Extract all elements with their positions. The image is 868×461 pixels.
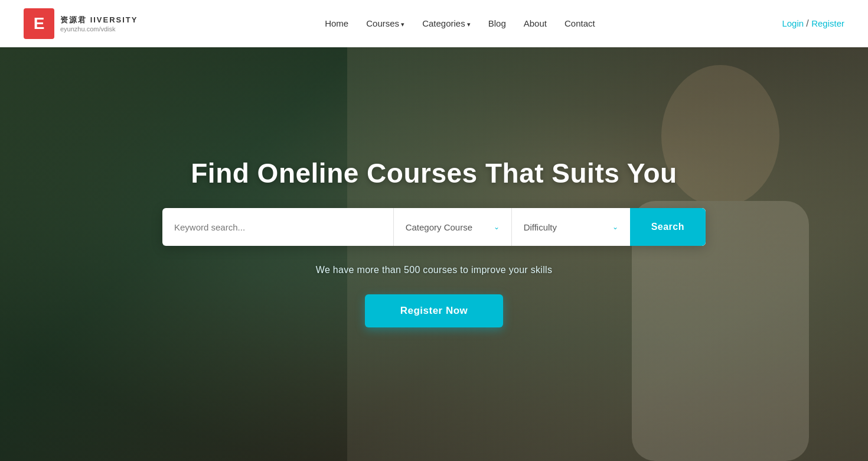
nav-item-categories[interactable]: Categories — [422, 18, 471, 29]
category-chevron-icon: ⌄ — [494, 223, 500, 231]
nav-links: Home Courses Categories Blog About Conta… — [325, 18, 595, 29]
login-link[interactable]: Login — [782, 18, 806, 28]
nav-link-contact[interactable]: Contact — [564, 18, 595, 28]
nav-item-home[interactable]: Home — [325, 18, 348, 29]
nav-link-categories[interactable]: Categories — [422, 18, 471, 28]
keyword-search-wrap[interactable] — [162, 208, 394, 246]
auth-links: Login / Register — [782, 18, 844, 29]
difficulty-chevron-icon: ⌄ — [612, 223, 618, 231]
category-label: Category Course — [406, 222, 472, 232]
logo-area[interactable]: E 资源君 IIVERSITY eyunzhu.com/vdisk — [24, 8, 138, 39]
register-link[interactable]: Register — [811, 18, 844, 28]
nav-item-blog[interactable]: Blog — [488, 18, 506, 29]
navbar: E 资源君 IIVERSITY eyunzhu.com/vdisk Home C… — [0, 0, 868, 47]
nav-item-contact[interactable]: Contact — [564, 18, 595, 29]
register-now-button[interactable]: Register Now — [365, 294, 504, 327]
hero-title: Find Oneline Courses That Suits You — [191, 157, 677, 189]
hero-tagline: We have more than 500 courses to improve… — [316, 265, 552, 275]
brand-url: eyunzhu.com/vdisk — [60, 25, 138, 33]
nav-link-about[interactable]: About — [524, 18, 547, 28]
brand-name: 资源君 IIVERSITY — [60, 15, 138, 25]
difficulty-dropdown[interactable]: Difficulty ⌄ — [512, 208, 630, 246]
category-dropdown[interactable]: Category Course ⌄ — [394, 208, 512, 246]
hero-content: Find Oneline Courses That Suits You Cate… — [0, 157, 868, 327]
logo-icon: E — [24, 8, 54, 39]
keyword-search-input[interactable] — [174, 222, 381, 232]
difficulty-label: Difficulty — [524, 222, 557, 232]
logo-text: 资源君 IIVERSITY eyunzhu.com/vdisk — [60, 15, 138, 33]
hero-section: Find Oneline Courses That Suits You Cate… — [0, 0, 868, 461]
nav-item-courses[interactable]: Courses — [366, 18, 404, 29]
search-bar: Category Course ⌄ Difficulty ⌄ Search — [162, 208, 706, 246]
nav-link-home[interactable]: Home — [325, 18, 348, 28]
nav-link-courses[interactable]: Courses — [366, 18, 404, 28]
search-button[interactable]: Search — [630, 208, 706, 246]
nav-link-blog[interactable]: Blog — [488, 18, 506, 28]
nav-item-about[interactable]: About — [524, 18, 547, 29]
